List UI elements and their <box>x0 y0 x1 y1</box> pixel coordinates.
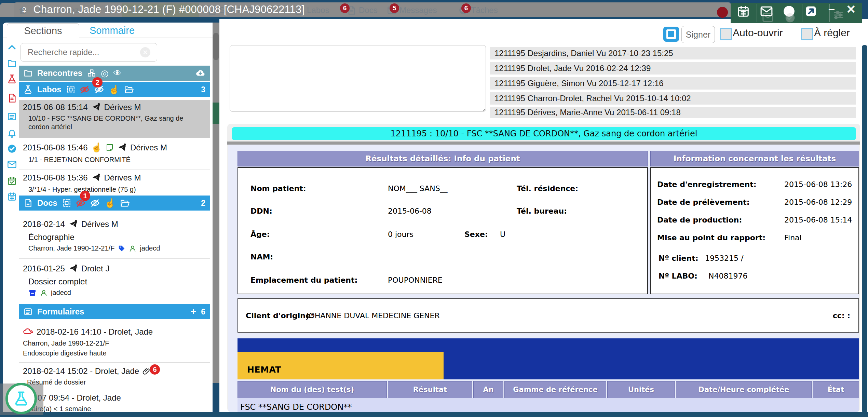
rail-docs-icon[interactable] <box>6 92 18 104</box>
folder-open-icon[interactable] <box>120 198 130 208</box>
patient-list-row[interactable]: 1211195 Giguère, Simon Vu 2015-12-17 12:… <box>490 77 856 90</box>
report-body: Résultats détaillés: Info du patient Inf… <box>228 145 859 412</box>
lab-item[interactable]: 2015-06-08 15:46 ☝ Dérives M 1/1 - REJET… <box>19 141 210 168</box>
doc-item[interactable]: 2018-02-14 Dérives M Échographie Charron… <box>19 215 210 257</box>
a-regler-checkbox[interactable] <box>801 28 813 40</box>
rail-appointments-done-icon[interactable] <box>6 175 18 187</box>
section-docs[interactable]: Docs ☝ 2 <box>19 196 210 211</box>
column-header: Unités <box>607 381 675 398</box>
search-input[interactable] <box>21 43 157 62</box>
cubes-icon[interactable] <box>87 69 96 78</box>
hemat-label: HEMAT <box>247 365 281 375</box>
hand-pointer-icon[interactable]: ☝ <box>105 198 116 209</box>
form-item[interactable]: 2018-02-14 15:02 - Drolet, Jade Résumé d… <box>19 364 210 388</box>
layout-toggle-button[interactable] <box>663 27 679 42</box>
field-value: Final <box>784 233 802 242</box>
sent-to-doctor-icon <box>91 173 101 183</box>
field-label: Date de production: <box>657 216 742 224</box>
form-item[interactable]: -02-07 09:54 - Drolet, Jade Daire(a) < 1… <box>19 391 210 412</box>
section-rencontres[interactable]: Rencontres ◎ 👁 <box>19 66 210 81</box>
female-icon: ♀ <box>20 3 29 16</box>
folder-open-icon[interactable] <box>124 85 134 94</box>
list-icon <box>24 307 32 316</box>
origin-value: JOHANNE DUVAL MEDECINE GENER <box>307 311 440 320</box>
lab-item[interactable]: 2015-06-08 15:36 Dérives M 3/*1/4 - Hype… <box>19 172 210 196</box>
hemat-section-tab: HEMAT <box>238 352 444 379</box>
calendar-icon[interactable] <box>737 5 750 18</box>
search-clear-icon[interactable]: ✕ <box>140 47 150 57</box>
messages-badge: 5 <box>390 3 399 13</box>
docs-eye-badge: 1 <box>80 191 90 201</box>
field-label: Date d'enregistrement: <box>657 180 757 189</box>
archive-icon[interactable] <box>28 289 37 297</box>
square-icon <box>666 29 676 39</box>
field-label: Tél. bureau: <box>517 207 567 215</box>
rail-formulaires-icon[interactable] <box>6 111 18 122</box>
results-table: Nom du (des) test(s) Résultat An Gamme d… <box>238 381 859 412</box>
note-icon[interactable] <box>106 144 114 152</box>
field-value: 1953215 / <box>705 254 743 263</box>
tag-icon[interactable] <box>118 245 125 252</box>
field-label: Sexe: <box>464 230 488 239</box>
column-header: An <box>473 381 503 398</box>
sidebar-scrollbar-thumb[interactable] <box>213 33 219 60</box>
patient-list-row[interactable]: 1211195 Dérives, Marie-Anne Vu 2015-06-1… <box>490 107 856 118</box>
sent-to-doctor-icon <box>68 264 78 273</box>
eye-off-icon[interactable] <box>90 198 100 208</box>
target-icon[interactable]: ◎ <box>101 68 109 79</box>
a-regler-label: À régler <box>814 27 850 39</box>
section-formulaires[interactable]: Formulaires + 6 <box>19 304 210 319</box>
test-group-row: FSC **SANG DE CORDON** <box>240 402 352 412</box>
hand-pointer-icon[interactable]: ☝ <box>109 84 120 95</box>
note-textarea[interactable] <box>230 45 486 112</box>
flask-icon <box>24 85 32 94</box>
eye-icon[interactable]: 👁 <box>113 68 122 78</box>
doc-item[interactable]: 2016-01-25 Drolet J Dossier complet jade… <box>19 260 210 301</box>
rail-messages-icon[interactable] <box>6 159 18 170</box>
report-banner: 1211195 : 10/10 - FSC **SANG DE CORDON**… <box>232 127 856 140</box>
column-header: Nom du (des) test(s) <box>238 381 387 398</box>
sidebar-panel: Sections Sommaire ✕ Rencontres ◎ 👁 <box>3 23 213 412</box>
tab-sommaire[interactable]: Sommaire <box>85 23 139 38</box>
divider <box>802 4 802 22</box>
patient-list-row[interactable]: 1211195 Charron-Drolet, Rachel Vu 2015-1… <box>490 92 856 105</box>
tab-sections[interactable]: Sections <box>7 23 79 38</box>
rail-rencontres-icon[interactable] <box>6 57 18 69</box>
field-value: 0 jours <box>388 230 413 239</box>
labs-fab-button[interactable] <box>5 383 37 414</box>
eye-off-red-icon[interactable] <box>80 85 90 94</box>
selection-icon[interactable] <box>62 199 71 207</box>
field-label: Nº LABO: <box>659 272 697 280</box>
add-form-button[interactable]: + <box>191 306 196 317</box>
flask-icon <box>14 391 29 406</box>
main-scrollbar[interactable] <box>862 45 867 413</box>
field-value: 2015-06-08 15:14 <box>784 216 852 224</box>
rail-calendar-icon[interactable] <box>6 191 18 202</box>
section-labos[interactable]: Labos ☝ 3 <box>19 82 210 97</box>
cloud-download-icon[interactable] <box>195 68 205 78</box>
form-badge: 6 <box>150 364 160 375</box>
sidebar-scrollbar[interactable] <box>213 23 219 383</box>
hand-pointer-icon[interactable]: ☝ <box>91 142 102 153</box>
field-value: NOM___ SANS__ <box>388 184 448 193</box>
selection-icon[interactable] <box>66 85 75 94</box>
field-label: Date de prélèvement: <box>657 198 750 206</box>
cc-label: cc: : <box>833 311 850 320</box>
form-item[interactable]: 2018-02-16 14:10 - Drolet, Jade Charron,… <box>19 324 210 362</box>
rail-tasks-icon[interactable] <box>6 143 18 154</box>
rail-labos-icon[interactable] <box>6 73 18 85</box>
signer-button[interactable]: Signer <box>681 26 715 43</box>
minimize-button[interactable]: – <box>828 3 835 14</box>
auto-ouvrir-checkbox[interactable] <box>720 28 732 40</box>
rail-collapse-icon[interactable] <box>6 42 18 53</box>
person-icon <box>129 245 136 252</box>
folder-icon <box>24 69 32 78</box>
rail-alerts-icon[interactable] <box>6 127 18 139</box>
close-button[interactable]: ✕ <box>846 3 856 15</box>
external-link-icon[interactable] <box>804 5 817 18</box>
patient-list-row[interactable]: 1211195 Drolet, Jade Vu 2016-02-24 12:39 <box>490 62 856 75</box>
lab-item-selected[interactable]: 2015-06-08 15:14 Dérives M 10/10 - FSC *… <box>19 100 210 138</box>
patient-list-row[interactable]: 1211195 Desjardins, Daniel Vu 2017-10-23… <box>490 47 856 59</box>
app-window: Rendez-vous Patients SAFIR-CRDS Labos Do… <box>0 0 868 417</box>
auto-ouvrir-label: Auto-ouvrir <box>733 27 783 39</box>
